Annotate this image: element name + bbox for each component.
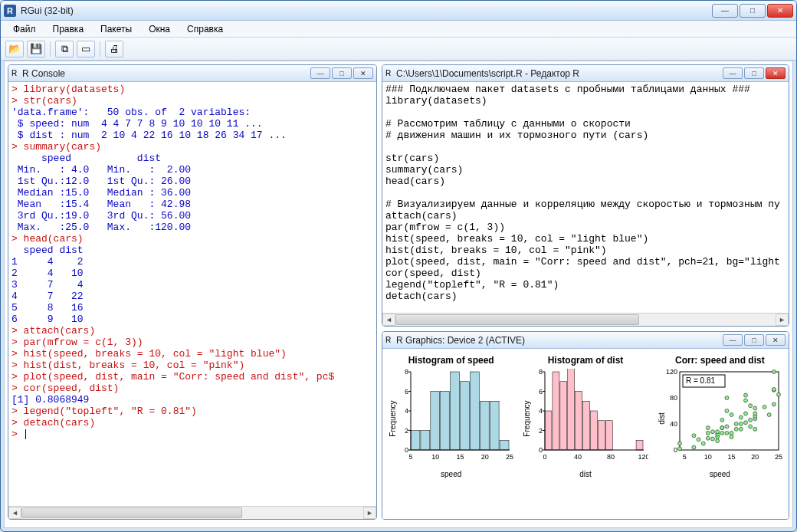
svg-rect-36 — [599, 421, 605, 450]
svg-point-91 — [743, 421, 747, 425]
svg-text:40: 40 — [574, 453, 582, 461]
svg-point-63 — [692, 434, 696, 438]
svg-point-105 — [772, 402, 776, 406]
svg-rect-41 — [637, 440, 644, 450]
editor-maximize-button[interactable]: □ — [744, 67, 764, 79]
svg-text:2: 2 — [405, 427, 408, 435]
editor-minimize-button[interactable]: — — [723, 67, 743, 79]
svg-point-77 — [720, 426, 724, 430]
svg-rect-2 — [421, 431, 430, 451]
svg-text:8: 8 — [539, 369, 543, 376]
svg-point-81 — [725, 409, 729, 413]
maximize-button[interactable]: □ — [740, 4, 766, 18]
svg-text:5: 5 — [409, 453, 413, 461]
r-icon: R — [385, 68, 396, 79]
plot-svg: Frequency02468510152025 — [388, 369, 514, 468]
console-line: > hist(dist, breaks = 10, col = "pink") — [11, 360, 373, 371]
console-text[interactable]: > library(datasets)> str(cars)'data.fram… — [8, 82, 376, 442]
console-line: 3rd Qu.:19.0 3rd Qu.: 56.00 — [11, 210, 373, 222]
scroll-left-icon[interactable]: ◄ — [382, 314, 395, 326]
console-close-button[interactable]: ✕ — [353, 67, 373, 79]
scroll-right-icon[interactable]: ► — [776, 314, 789, 326]
copy-icon[interactable]: ⧉ — [55, 41, 74, 57]
console-line: > plot(speed, dist, main = "Corr: speed … — [11, 371, 373, 383]
svg-rect-33 — [576, 392, 582, 451]
svg-text:25: 25 — [506, 453, 513, 461]
svg-point-68 — [706, 426, 710, 430]
scroll-right-icon[interactable]: ► — [363, 507, 376, 519]
graphics-maximize-button[interactable]: □ — [744, 334, 764, 346]
editor-hscrollbar[interactable]: ◄ ► — [382, 313, 789, 326]
save-icon[interactable]: 💾 — [27, 41, 45, 57]
console-line: 5 8 16 — [11, 302, 373, 314]
menu-help[interactable]: Справка — [179, 22, 231, 36]
r-icon: R — [385, 335, 396, 346]
paste-icon[interactable]: ▭ — [77, 41, 95, 57]
svg-point-89 — [739, 422, 743, 426]
console-titlebar[interactable]: R R Console — □ ✕ — [8, 65, 376, 82]
console-line: > cor(speed, dist) — [11, 383, 373, 394]
svg-rect-30 — [553, 372, 559, 450]
scroll-thumb[interactable] — [395, 314, 639, 325]
svg-text:25: 25 — [775, 453, 782, 461]
open-icon[interactable]: 📂 — [5, 41, 24, 57]
svg-point-62 — [692, 445, 696, 449]
svg-text:R = 0.81: R = 0.81 — [686, 376, 716, 385]
menu-edit[interactable]: Правка — [45, 22, 92, 36]
svg-point-92 — [743, 412, 747, 415]
minimize-button[interactable]: — — [712, 4, 738, 18]
svg-text:Frequency: Frequency — [523, 400, 531, 436]
svg-rect-9 — [490, 401, 499, 450]
console-line: > head(cars) — [11, 233, 373, 245]
svg-rect-32 — [568, 369, 575, 450]
menu-file[interactable]: Файл — [5, 22, 44, 36]
editor-text[interactable]: ### Подключаем пакет datasets с пробными… — [382, 82, 789, 304]
svg-rect-10 — [500, 440, 509, 450]
console-minimize-button[interactable]: — — [310, 67, 330, 79]
editor-titlebar[interactable]: R C:\Users\1\Documents\script.R - Редакт… — [382, 65, 789, 82]
x-axis-label: speed — [441, 470, 461, 478]
console-line: Min. : 4.0 Min. : 2.00 — [11, 164, 373, 176]
svg-text:0: 0 — [543, 453, 547, 461]
svg-point-60 — [677, 447, 681, 451]
close-button[interactable]: ✕ — [767, 4, 793, 18]
editor-body[interactable]: ### Подключаем пакет datasets с пробными… — [382, 82, 789, 313]
svg-point-90 — [739, 415, 743, 419]
svg-point-98 — [753, 427, 757, 431]
console-line: > summary(cars) — [11, 141, 373, 153]
console-maximize-button[interactable]: □ — [332, 67, 352, 79]
svg-text:15: 15 — [457, 453, 464, 461]
graphics-close-button[interactable]: ✕ — [766, 334, 786, 346]
svg-text:dist: dist — [658, 412, 666, 425]
console-line: > library(datasets) — [11, 84, 373, 95]
svg-point-109 — [776, 392, 780, 396]
console-body[interactable]: > library(datasets)> str(cars)'data.fram… — [8, 82, 376, 506]
svg-point-104 — [767, 413, 771, 417]
scroll-left-icon[interactable]: ◄ — [8, 507, 21, 519]
graphics-minimize-button[interactable]: — — [723, 334, 743, 346]
console-line: 4 7 22 — [11, 291, 373, 302]
console-hscrollbar[interactable]: ◄ ► — [8, 506, 376, 519]
plot: Histogram of speedFrequency0246851015202… — [385, 355, 517, 516]
print-icon[interactable]: 🖨 — [105, 41, 123, 57]
mdi-area: R R Console — □ ✕ > library(datasets)> s… — [4, 61, 793, 528]
svg-text:6: 6 — [539, 388, 543, 396]
svg-point-97 — [748, 404, 752, 408]
svg-point-86 — [734, 427, 738, 431]
editor-close-button[interactable]: ✕ — [766, 67, 786, 79]
console-line: > par(mfrow = c(1, 3)) — [11, 337, 373, 348]
menu-packages[interactable]: Пакеты — [93, 22, 139, 36]
svg-text:4: 4 — [539, 407, 543, 415]
console-title: R Console — [22, 68, 309, 79]
graphics-titlebar[interactable]: R R Graphics: Device 2 (ACTIVE) — □ ✕ — [382, 332, 789, 349]
plots-container: Histogram of speedFrequency0246851015202… — [382, 349, 789, 519]
menu-windows[interactable]: Окна — [141, 22, 178, 36]
caret — [25, 429, 26, 439]
svg-point-69 — [710, 437, 714, 441]
svg-point-83 — [730, 435, 733, 439]
svg-text:0: 0 — [405, 446, 408, 454]
svg-point-107 — [772, 387, 776, 391]
svg-rect-29 — [545, 411, 552, 450]
svg-point-96 — [748, 418, 752, 422]
scroll-thumb[interactable] — [21, 507, 242, 518]
